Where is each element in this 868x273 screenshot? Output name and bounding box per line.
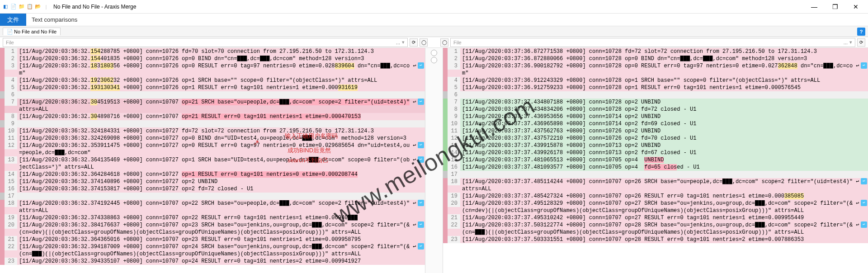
- line-number: 5: [5, 84, 17, 91]
- right-pane: 1[11/Aug/2020:03:37:36.872771538 +0800] …: [443, 48, 868, 273]
- code-line[interactable]: 12[11/Aug/2020:03:37:37.437572210 +0800]…: [448, 135, 868, 142]
- code-line[interactable]: 5[11/Aug/2020:03:36:32.193130341 +0800] …: [5, 84, 425, 91]
- line-text: [11/Aug/2020:03:37:37.481093577 +0800] c…: [460, 164, 868, 171]
- code-line[interactable]: 17: [448, 171, 868, 178]
- line-text: [11/Aug/2020:03:36:32.154288785 +0800] c…: [17, 48, 425, 55]
- line-number: 7: [448, 99, 460, 106]
- save-icon[interactable]: 📋: [26, 3, 33, 10]
- code-line[interactable]: 1[11/Aug/2020:03:37:36.872771538 +0800] …: [448, 48, 868, 55]
- code-line[interactable]: 3[11/Aug/2020:03:37:36.900182792 +0800] …: [448, 62, 868, 77]
- wrap-icon: ↩: [418, 200, 424, 206]
- code-line[interactable]: 10[11/Aug/2020:03:37:37.436965898 +0800]…: [448, 120, 868, 127]
- circle-right-button[interactable]: ◯: [440, 38, 448, 47]
- code-line[interactable]: 10[11/Aug/2020:03:36:32.324184331 +0800]…: [5, 127, 425, 135]
- file-placeholder2: File: [453, 40, 462, 45]
- code-line[interactable]: 20[11/Aug/2020:03:37:37.495128329 +0800]…: [448, 200, 868, 214]
- code-line[interactable]: 18[11/Aug/2020:03:37:37.485114244 +0800]…: [448, 178, 868, 193]
- code-line[interactable]: 21[11/Aug/2020:03:37:37.495310242 +0800]…: [448, 214, 868, 221]
- menu-text-comparisons[interactable]: Text comparisons: [26, 14, 83, 26]
- line-number: 23: [448, 236, 460, 243]
- code-line[interactable]: 23[11/Aug/2020:03:36:32.394335107 +0800]…: [5, 258, 425, 265]
- code-line[interactable]: 2[11/Aug/2020:03:37:36.872880066 +0800] …: [448, 55, 868, 62]
- line-number: 11: [5, 135, 17, 142]
- line-number: 18: [5, 200, 17, 207]
- refresh-right-button[interactable]: ⟳: [857, 38, 865, 47]
- code-line[interactable]: 7[11/Aug/2020:03:37:37.434807188 +0800] …: [448, 99, 868, 106]
- code-line[interactable]: 8[11/Aug/2020:03:37:37.434834206 +0800] …: [448, 106, 868, 113]
- tab-label: No File and No File: [14, 29, 57, 34]
- line-text: [11/Aug/2020:03:37:36.912759233 +0800] c…: [460, 84, 868, 91]
- code-line[interactable]: 14[11/Aug/2020:03:37:37.439926178 +0800]…: [448, 149, 868, 156]
- menubar: 文件 Text comparisons: [0, 14, 868, 26]
- new-icon[interactable]: 📄: [10, 3, 17, 10]
- line-text: [11/Aug/2020:03:37:37.434834206 +0800] c…: [460, 106, 868, 113]
- line-number: 14: [5, 171, 17, 178]
- sync-dot[interactable]: [431, 50, 437, 56]
- code-line[interactable]: 2[11/Aug/2020:03:36:32.154401835 +0800] …: [5, 55, 425, 62]
- line-number: 22: [448, 221, 460, 229]
- tab-active[interactable]: 📄 No File and No File: [3, 28, 61, 35]
- code-line[interactable]: 18[11/Aug/2020:03:36:32.374192445 +0800]…: [5, 200, 425, 214]
- code-line[interactable]: 8[11/Aug/2020:03:36:32.304898716 +0800] …: [5, 113, 425, 120]
- code-line[interactable]: 12[11/Aug/2020:03:36:32.353911475 +0800]…: [5, 142, 425, 156]
- code-line[interactable]: 7[11/Aug/2020:03:36:32.304519513 +0800] …: [5, 99, 425, 113]
- minimize-button[interactable]: —: [804, 0, 825, 14]
- line-text: [11/Aug/2020:03:37:36.912243329 +0800] c…: [460, 77, 868, 84]
- code-line[interactable]: 9[11/Aug/2020:03:37:37.436953656 +0800] …: [448, 113, 868, 120]
- circle-left-button[interactable]: ◯: [420, 38, 428, 47]
- code-line[interactable]: 19[11/Aug/2020:03:37:37.485427324 +0800]…: [448, 193, 868, 200]
- close-button[interactable]: ✕: [845, 0, 866, 14]
- code-line[interactable]: 17: [5, 193, 425, 200]
- line-number: 2: [5, 55, 17, 62]
- code-line[interactable]: 21[11/Aug/2020:03:36:32.364365016 +0800]…: [5, 236, 425, 243]
- code-line[interactable]: 9: [5, 120, 425, 127]
- file-input-right[interactable]: File ... ▾: [450, 38, 855, 47]
- refresh-left-button[interactable]: ⟳: [410, 38, 418, 47]
- line-number: 19: [448, 193, 460, 200]
- code-line[interactable]: 16[11/Aug/2020:03:36:32.374153817 +0800]…: [5, 185, 425, 193]
- code-line[interactable]: 3[11/Aug/2020:03:36:32.183180356 +0800] …: [5, 62, 425, 77]
- code-line[interactable]: 11[11/Aug/2020:03:37:37.437562763 +0800]…: [448, 127, 868, 135]
- line-number: 23: [5, 258, 17, 265]
- file-placeholder: File: [6, 40, 14, 45]
- line-text: [11/Aug/2020:03:37:37.436953656 +0800] c…: [460, 113, 868, 120]
- menu-file[interactable]: 文件: [0, 14, 26, 26]
- code-line[interactable]: 16[11/Aug/2020:03:37:37.481093577 +0800]…: [448, 164, 868, 171]
- code-line[interactable]: 15[11/Aug/2020:03:36:32.374140896 +0800]…: [5, 178, 425, 185]
- code-line[interactable]: 4[11/Aug/2020:03:36:32.192306232 +0800] …: [5, 77, 425, 84]
- code-line[interactable]: 11[11/Aug/2020:03:36:32.324269098 +0800]…: [5, 135, 425, 142]
- code-line[interactable]: 6: [448, 91, 868, 99]
- code-line[interactable]: 13[11/Aug/2020:03:36:32.364135469 +0800]…: [5, 156, 425, 171]
- code-line[interactable]: 4[11/Aug/2020:03:37:36.912243329 +0800] …: [448, 77, 868, 84]
- help-icon[interactable]: ?: [857, 28, 865, 36]
- line-number: 15: [5, 178, 17, 185]
- right-code-area[interactable]: 1[11/Aug/2020:03:37:36.872771538 +0800] …: [448, 48, 868, 273]
- code-line[interactable]: 20[11/Aug/2020:03:36:32.384176637 +0800]…: [5, 221, 425, 236]
- line-number: 5: [448, 84, 460, 91]
- code-line[interactable]: 1[11/Aug/2020:03:36:32.154288785 +0800] …: [5, 48, 425, 55]
- line-text: [11/Aug/2020:03:36:32.394335107 +0800] c…: [17, 258, 425, 265]
- code-line[interactable]: 22[11/Aug/2020:03:37:37.503122774 +0800]…: [448, 221, 868, 236]
- left-code-area[interactable]: 1[11/Aug/2020:03:36:32.154288785 +0800] …: [5, 48, 425, 273]
- code-line[interactable]: 23[11/Aug/2020:03:37:37.503331551 +0800]…: [448, 236, 868, 243]
- line-number: 12: [448, 135, 460, 142]
- maximize-button[interactable]: ❐: [825, 0, 845, 14]
- titlebar: ◧ 📄 📁 📋 📂 | No File and No File - Araxis…: [0, 0, 868, 14]
- code-line[interactable]: 13[11/Aug/2020:03:37:37.439915878 +0800]…: [448, 142, 868, 149]
- code-line[interactable]: 19[11/Aug/2020:03:36:32.374338863 +0800]…: [5, 214, 425, 221]
- line-text: [11/Aug/2020:03:36:32.353911475 +0800] c…: [17, 142, 418, 156]
- line-number: 10: [5, 127, 17, 135]
- sync-dot[interactable]: [431, 57, 437, 63]
- file-input-left[interactable]: File ... ▾: [3, 38, 408, 47]
- center-gutter: [425, 48, 443, 273]
- line-text: [11/Aug/2020:03:37:37.503122774 +0800] c…: [460, 221, 861, 236]
- code-line[interactable]: 14[11/Aug/2020:03:36:32.364284618 +0800]…: [5, 171, 425, 178]
- code-line[interactable]: 6: [5, 91, 425, 99]
- code-line[interactable]: 15[11/Aug/2020:03:37:37.481065513 +0800]…: [448, 156, 868, 164]
- line-number: 8: [448, 106, 460, 113]
- folder-icon[interactable]: 📂: [34, 3, 42, 10]
- code-line[interactable]: 5[11/Aug/2020:03:37:36.912759233 +0800] …: [448, 84, 868, 91]
- open-icon[interactable]: 📁: [18, 3, 25, 10]
- code-line[interactable]: 22[11/Aug/2020:03:36:32.394187009 +0800]…: [5, 243, 425, 258]
- line-number: 17: [5, 193, 17, 200]
